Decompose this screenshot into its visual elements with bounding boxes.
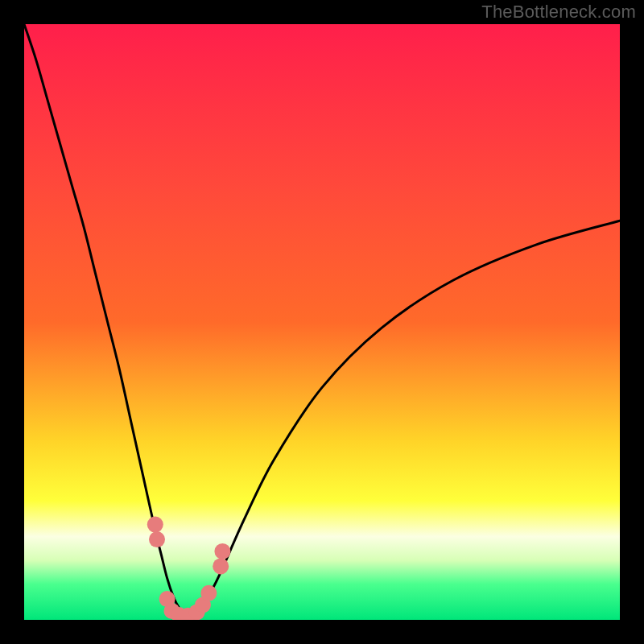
watermark-text: TheBottleneck.com: [481, 2, 636, 23]
heatmap-gradient: [24, 24, 620, 620]
plot-area: [24, 24, 620, 620]
data-marker: [213, 558, 229, 574]
data-marker: [147, 517, 163, 533]
chart-svg: [24, 24, 620, 620]
data-marker: [200, 585, 217, 601]
data-marker: [149, 531, 165, 547]
data-marker: [214, 543, 230, 559]
chart-frame: TheBottleneck.com: [0, 0, 644, 644]
